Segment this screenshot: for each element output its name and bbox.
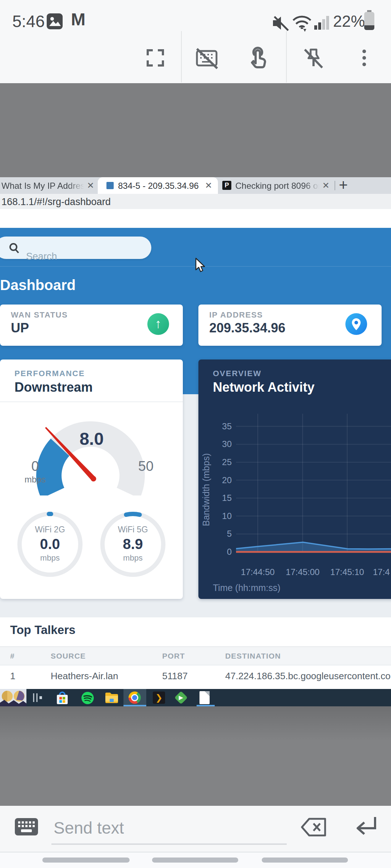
svg-text:mbps: mbps [40, 553, 60, 562]
file-explorer-icon[interactable] [105, 692, 118, 703]
backspace-icon[interactable] [300, 817, 329, 838]
up-arrow-badge: ↑ [147, 313, 169, 335]
suggestion-pill [262, 858, 348, 863]
table-header: # SOURCE PORT DESTINATION [0, 646, 391, 665]
remote-taskbar: ❯ ▶ [0, 689, 391, 706]
gmail-notification-icon: M [71, 9, 85, 29]
card-title: Downstream [14, 380, 93, 395]
ip-address-value: 209.35.34.96 [209, 320, 285, 336]
browser-tab-strip: What Is My IP Address - See Your ✕ 834-5… [0, 177, 391, 194]
new-tab-button[interactable]: + [339, 176, 348, 194]
status-clock: 5:46 [12, 12, 45, 31]
tab-favicon: P [222, 181, 231, 190]
wan-status-value: UP [11, 320, 29, 336]
plex-icon[interactable]: ❯ [153, 692, 165, 704]
letterbox-bottom [0, 706, 391, 806]
wan-status-card: WAN STATUS UP ↑ [0, 305, 183, 346]
section-title: Top Talkers [10, 623, 75, 637]
browser-url-bar[interactable]: 168.1.1/#!/srg-dashboard [0, 194, 391, 209]
fullscreen-button[interactable] [143, 45, 168, 71]
keyboard-icon[interactable] [15, 818, 38, 835]
svg-text:17:44:50: 17:44:50 [241, 567, 274, 577]
mouse-cursor [194, 258, 208, 273]
page-top-strip [0, 209, 391, 228]
search-placeholder: Search [26, 251, 57, 262]
wifi-icon [292, 13, 312, 32]
wallpaper-thumbnail [0, 689, 26, 706]
card-divider [0, 401, 183, 402]
card-label: WAN STATUS [11, 310, 68, 320]
suggestion-pill [42, 858, 130, 863]
wifi-rings: WiFi 2G0.0mbpsWiFi 5G8.9mbps [0, 503, 183, 590]
cell-port: 51187 [162, 665, 188, 686]
tab-title: What Is My IP Address - See Your [1, 181, 84, 191]
svg-text:0: 0 [227, 547, 232, 557]
microsoft-store-icon[interactable] [56, 691, 69, 705]
media-player-icon[interactable]: ▶ [175, 691, 188, 705]
svg-text:15: 15 [222, 493, 232, 503]
svg-text:0: 0 [31, 459, 39, 474]
enter-icon[interactable] [351, 815, 380, 838]
chrome-icon [129, 692, 141, 704]
battery-percent: 22% [333, 12, 365, 30]
tab-title: 834-5 - 209.35.34.96 [118, 181, 199, 191]
svg-text:WiFi 2G: WiFi 2G [35, 525, 65, 534]
svg-text:mbps: mbps [123, 553, 143, 562]
more-menu-button[interactable] [357, 45, 371, 71]
svg-text:17:45:10: 17:45:10 [330, 567, 364, 577]
up-arrow-icon: ↑ [155, 316, 161, 331]
tab-strip-divider [335, 181, 335, 190]
col-port: PORT [162, 647, 185, 665]
ip-address-card: IP ADDRESS 209.35.34.96 [198, 305, 382, 346]
col-num: # [10, 647, 15, 665]
tab-close-icon[interactable]: ✕ [322, 180, 329, 191]
page-title: Dashboard [0, 277, 76, 293]
network-activity-card: OVERVIEW Network Activity 05101520253035… [198, 359, 391, 599]
letterbox-top [0, 83, 391, 177]
svg-text:8.9: 8.9 [123, 536, 143, 552]
input-underline [51, 843, 287, 845]
svg-text:20: 20 [222, 475, 232, 485]
keyboard-hidden-button[interactable] [194, 45, 219, 71]
tab-port-check[interactable]: P Checking port 8096 on 209.35.34 ✕ [218, 177, 332, 194]
search-input[interactable]: Search [0, 237, 151, 259]
touch-mode-button[interactable] [246, 45, 272, 71]
location-pin-icon [345, 313, 367, 335]
svg-text:30: 30 [222, 439, 232, 449]
signal-icon [314, 14, 331, 30]
notepad-icon[interactable] [199, 691, 210, 704]
card-label: PERFORMANCE [14, 369, 85, 378]
svg-text:50: 50 [138, 459, 154, 474]
chrome-taskbar-cell[interactable] [123, 689, 146, 706]
phone-screen: 5:46 M 22% [0, 0, 391, 868]
svg-text:10: 10 [222, 511, 232, 521]
svg-text:0.0: 0.0 [40, 536, 60, 552]
svg-text:25: 25 [222, 457, 232, 467]
tab-whatismyip[interactable]: What Is My IP Address - See Your ✕ [0, 177, 97, 194]
send-text-input[interactable]: Send text [54, 818, 124, 838]
unpin-button[interactable] [300, 45, 326, 71]
svg-text:5: 5 [227, 529, 232, 539]
send-text-bar: Send text [0, 806, 391, 852]
tab-close-icon[interactable]: ✕ [87, 180, 94, 191]
top-talkers-section: Top Talkers # SOURCE PORT DESTINATION 1 … [0, 617, 391, 689]
tab-dashboard-active[interactable]: 834-5 - 209.35.34.96 ✕ [98, 177, 218, 194]
svg-text:17:45:00: 17:45:00 [286, 567, 319, 577]
battery-icon [363, 10, 375, 31]
search-icon [9, 242, 20, 254]
tab-close-icon[interactable]: ✕ [205, 180, 212, 191]
toolbar-divider [286, 31, 287, 82]
performance-card: PERFORMANCE Downstream 8.00mbps50 WiFi 2… [0, 359, 183, 599]
spotify-icon[interactable] [81, 692, 94, 705]
tab-favicon [106, 182, 114, 189]
svg-text:35: 35 [222, 421, 232, 431]
svg-text:WiFi 5G: WiFi 5G [118, 525, 148, 534]
taskview-icon[interactable] [32, 692, 43, 703]
svg-text:Time (hh:mm:ss): Time (hh:mm:ss) [213, 583, 281, 593]
svg-text:Bandwidth (mbps): Bandwidth (mbps) [201, 453, 211, 526]
url-text: 168.1.1/#!/srg-dashboard [1, 196, 111, 208]
suggestion-strip [0, 852, 391, 868]
svg-text:8.0: 8.0 [80, 429, 104, 448]
card-label: IP ADDRESS [209, 310, 263, 320]
network-activity-chart: 0510152025303517:44:5017:45:0017:45:1017… [198, 359, 391, 599]
